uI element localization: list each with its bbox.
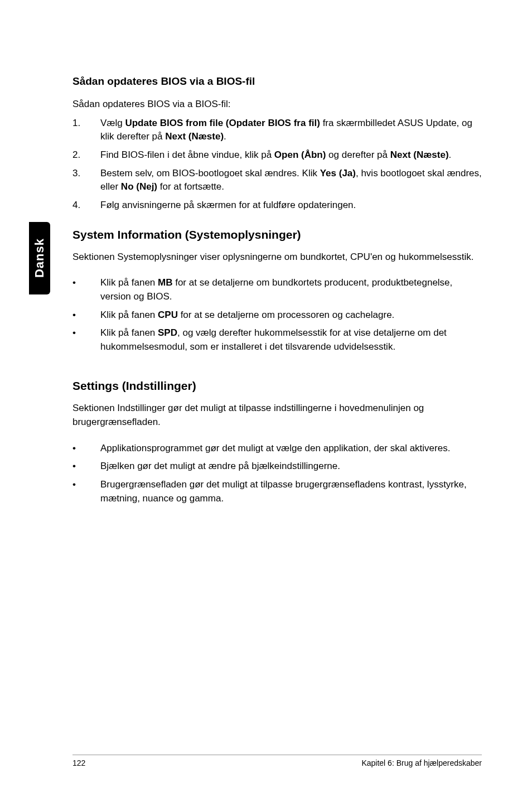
step-4: 4. Følg anvisningerne på skærmen for at … — [72, 199, 485, 212]
list-item: • Applikationsprogrammet gør det muligt … — [72, 442, 485, 456]
step-1: 1. Vælg Update BIOS from file (Opdater B… — [72, 117, 485, 144]
page-content: Sådan opdateres BIOS via a BIOS-fil Såda… — [72, 75, 485, 531]
system-info-intro: Sektionen Systemoplysninger viser oplysn… — [72, 250, 485, 264]
bold: MB — [158, 277, 172, 288]
bios-file-steps: 1. Vælg Update BIOS from file (Opdater B… — [72, 117, 485, 212]
bullet-icon: • — [72, 308, 76, 322]
list-item: • Bjælken gør det muligt at ændre på bjæ… — [72, 460, 485, 474]
step-2: 2. Find BIOS-filen i det åbne vindue, kl… — [72, 148, 485, 162]
text: Bjælken gør det muligt at ændre på bjælk… — [100, 461, 340, 471]
page-footer: 122 Kapitel 6: Brug af hjælperedskaber — [72, 755, 482, 767]
bullet-icon: • — [72, 478, 76, 492]
list-item: • Klik på fanen CPU for at se detaljerne… — [72, 308, 485, 322]
text: Følg anvisningerne på skærmen for at ful… — [100, 200, 356, 210]
settings-intro: Sektionen Indstillinger gør det muligt a… — [72, 402, 485, 429]
chapter-label: Kapitel 6: Brug af hjælperedskaber — [361, 758, 482, 767]
bold: Yes (Ja) — [320, 168, 356, 178]
settings-list: • Applikationsprogrammet gør det muligt … — [72, 442, 485, 506]
text: . — [449, 149, 452, 160]
list-item: • Klik på fanen SPD, og vælg derefter hu… — [72, 326, 485, 354]
bold: Next (Næste) — [165, 131, 224, 142]
list-item: • Brugergrænsefladen gør det muligt at t… — [72, 478, 485, 505]
bold: SPD — [158, 327, 177, 338]
subsection-heading-bios-file: Sådan opdateres BIOS via a BIOS-fil — [72, 75, 485, 88]
bullet-icon: • — [72, 276, 76, 290]
step-number: 4. — [72, 199, 80, 212]
text: og derefter på — [326, 149, 390, 160]
text: for at se detaljerne om processoren og c… — [178, 310, 394, 320]
text: Find BIOS-filen i det åbne vindue, klik … — [100, 149, 274, 160]
bold: Update BIOS from file (Opdater BIOS fra … — [125, 118, 320, 128]
bold: Open (Åbn) — [274, 149, 326, 160]
text: Klik på fanen — [100, 310, 158, 320]
step-number: 2. — [72, 148, 80, 162]
text: Klik på fanen — [100, 277, 158, 288]
text: Klik på fanen — [100, 327, 158, 338]
text: Applikationsprogrammet gør det muligt at… — [100, 443, 450, 453]
language-tab-label: Dansk — [32, 238, 47, 278]
section-heading-system-info: System Information (Systemoplysninger) — [72, 228, 485, 241]
text: Brugergrænsefladen gør det muligt at til… — [100, 479, 467, 504]
bullet-icon: • — [72, 460, 76, 474]
text: . — [224, 131, 226, 142]
bold: No (Nej) — [121, 181, 157, 192]
step-number: 3. — [72, 167, 80, 181]
page-number: 122 — [72, 758, 85, 767]
bold: CPU — [158, 310, 178, 320]
bullet-icon: • — [72, 326, 76, 340]
step-number: 1. — [72, 117, 80, 131]
text: Vælg — [100, 118, 125, 128]
bold: Next (Næste) — [390, 149, 449, 160]
step-3: 3. Bestem selv, om BIOS-bootlogoet skal … — [72, 167, 485, 194]
bios-file-intro: Sådan opdateres BIOS via a BIOS-fil: — [72, 98, 485, 111]
list-item: • Klik på fanen MB for at se detaljerne … — [72, 276, 485, 303]
text: for at fortsætte. — [157, 181, 224, 192]
section-heading-settings: Settings (Indstillinger) — [72, 379, 485, 393]
language-tab: Dansk — [29, 222, 50, 294]
text: Bestem selv, om BIOS-bootlogoet skal ænd… — [100, 168, 320, 178]
bullet-icon: • — [72, 442, 76, 456]
system-info-list: • Klik på fanen MB for at se detaljerne … — [72, 276, 485, 354]
